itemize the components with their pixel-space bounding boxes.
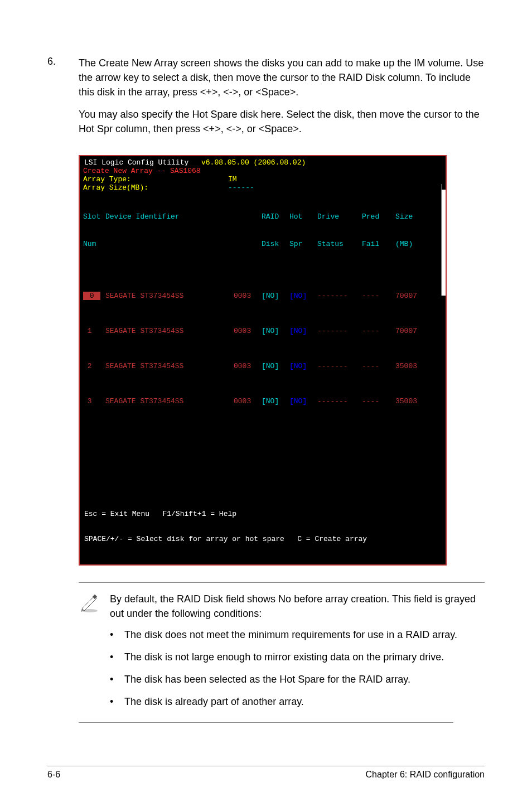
bios-title-left: LSI Logic Config Utility (84, 158, 188, 167)
device-identifier: SEAGATE ST373454SS (105, 361, 234, 371)
bios-subtitle: Create New Array -- SAS1068 (83, 167, 442, 175)
note-intro: By default, the RAID Disk field shows No… (110, 592, 485, 621)
note-bullets: •The disk does not meet the minimum requ… (110, 627, 485, 709)
table-row: 1 SEAGATE ST373454SS 0003 [NO] [NO] ----… (83, 326, 442, 336)
array-block: Array Type: IM Array Size(MB): ------ (83, 175, 442, 192)
table-row: 0 SEAGATE ST373454SS 0003 [NO] [NO] ----… (83, 291, 442, 301)
table-row: 3 SEAGATE ST373454SS 0003 [NO] [NO] ----… (83, 397, 442, 407)
hdr-hot1: Hot (289, 212, 317, 222)
footer-left: 6-6 (47, 770, 60, 780)
device-id: 0003 (234, 361, 262, 371)
hot-spr-cell: [NO] (289, 291, 317, 301)
bios-empty-area (83, 424, 442, 491)
step-number: 6. (47, 56, 79, 144)
raid-disk-cell: [NO] (262, 291, 289, 301)
drive-status-cell: ------- (317, 326, 362, 336)
device-identifier: SEAGATE ST373454SS (105, 291, 234, 301)
size-cell: 70007 (395, 291, 429, 301)
hot-spr-cell: [NO] (289, 397, 317, 407)
bios-scrollbar (441, 184, 446, 296)
device-id: 0003 (234, 291, 262, 301)
hdr-raid2: Disk (262, 239, 289, 249)
slot-cell-selected: 0 (83, 292, 100, 300)
hot-spr-cell: [NO] (289, 326, 317, 336)
hdr-drive1: Drive (317, 212, 362, 222)
device-identifier: SEAGATE ST373454SS (105, 397, 234, 407)
list-item: •The disk has been selected as the Hot S… (110, 672, 485, 687)
array-size-row: Array Size(MB): ------ (83, 183, 442, 192)
slot-cell: 1 (83, 326, 105, 336)
hot-spr-cell: [NO] (289, 361, 317, 371)
hdr-hot2: Spr (289, 239, 317, 249)
list-item: •The disk does not meet the minimum requ… (110, 627, 485, 642)
size-cell: 35003 (395, 361, 429, 371)
bios-footer: Esc = Exit Menu F1/Shift+1 = Help SPACE/… (83, 492, 442, 561)
hdr-drive2: Status (317, 239, 362, 249)
bios-foot-line2: SPACE/+/- = Select disk for array or hot… (84, 535, 441, 543)
bullet-text: The disk does not meet the minimum requi… (124, 627, 457, 642)
note-block: By default, the RAID Disk field shows No… (79, 582, 485, 717)
bullet-text: The disk is not large enough to mirror e… (124, 650, 444, 664)
array-type-row: Array Type: IM (83, 175, 442, 183)
array-type-value: IM (228, 175, 237, 183)
array-size-label: Array Size(MB): (83, 183, 228, 192)
list-item: •The disk is not large enough to mirror … (110, 650, 485, 664)
step-para-1: The Create New Array screen shows the di… (79, 56, 485, 99)
device-id: 0003 (234, 326, 262, 336)
hdr-num: Num (83, 239, 105, 249)
drive-status-cell: ------- (317, 397, 362, 407)
pred-fail-cell: ---- (362, 361, 395, 371)
device-identifier: SEAGATE ST373454SS (105, 326, 234, 336)
pred-fail-cell: ---- (362, 291, 395, 301)
bios-title-version: v6.08.05.00 (2006.08.02) (201, 158, 306, 167)
step-row: 6. The Create New Array screen shows the… (47, 56, 485, 144)
hdr-size1: Size (395, 212, 429, 222)
raid-disk-cell: [NO] (262, 361, 289, 371)
bios-screenshot: LSI Logic Config Utility v6.08.05.00 (20… (79, 155, 485, 565)
device-table-headers: Slot Device Identifier RAID Hot Drive Pr… (83, 195, 442, 265)
slot-cell: 2 (83, 361, 105, 371)
raid-disk-cell: [NO] (262, 326, 289, 336)
device-table-body: 0 SEAGATE ST373454SS 0003 [NO] [NO] ----… (83, 266, 442, 424)
array-size-value: ------ (228, 183, 254, 192)
table-row: 2 SEAGATE ST373454SS 0003 [NO] [NO] ----… (83, 361, 442, 371)
page: 6. The Create New Array screen shows the… (0, 0, 532, 802)
hdr-slot: Slot (83, 212, 105, 222)
pencil-icon (79, 592, 110, 717)
drive-status-cell: ------- (317, 361, 362, 371)
bios-screen: LSI Logic Config Utility v6.08.05.00 (20… (79, 155, 447, 565)
bios-foot-line1: Esc = Exit Menu F1/Shift+1 = Help (84, 510, 441, 518)
list-item: •The disk is already part of another arr… (110, 694, 485, 709)
pred-fail-cell: ---- (362, 326, 395, 336)
step-body: The Create New Array screen shows the di… (79, 56, 485, 144)
array-type-label: Array Type: (83, 175, 228, 183)
note-body: By default, the RAID Disk field shows No… (110, 592, 485, 717)
footer-right: Chapter 6: RAID configuration (366, 770, 485, 780)
slot-cell: 3 (83, 397, 105, 407)
note-bottom-rule (79, 722, 453, 723)
hdr-size2: (MB) (395, 239, 429, 249)
raid-disk-cell: [NO] (262, 397, 289, 407)
bios-title-bar: LSI Logic Config Utility v6.08.05.00 (20… (83, 158, 442, 167)
hdr-pred1: Pred (362, 212, 395, 222)
device-id: 0003 (234, 397, 262, 407)
hdr-raid1: RAID (262, 212, 289, 222)
bullet-text: The disk is already part of another arra… (124, 694, 304, 709)
size-cell: 70007 (395, 326, 429, 336)
hdr-pred2: Fail (362, 239, 395, 249)
page-footer: 6-6 Chapter 6: RAID configuration (47, 766, 485, 780)
bullet-text: The disk has been selected as the Hot Sp… (124, 672, 410, 687)
size-cell: 35003 (395, 397, 429, 407)
drive-status-cell: ------- (317, 291, 362, 301)
hdr-dev: Device Identifier (105, 212, 234, 222)
step-para-2: You may also specify the Hot Spare disk … (79, 107, 485, 136)
pred-fail-cell: ---- (362, 397, 395, 407)
